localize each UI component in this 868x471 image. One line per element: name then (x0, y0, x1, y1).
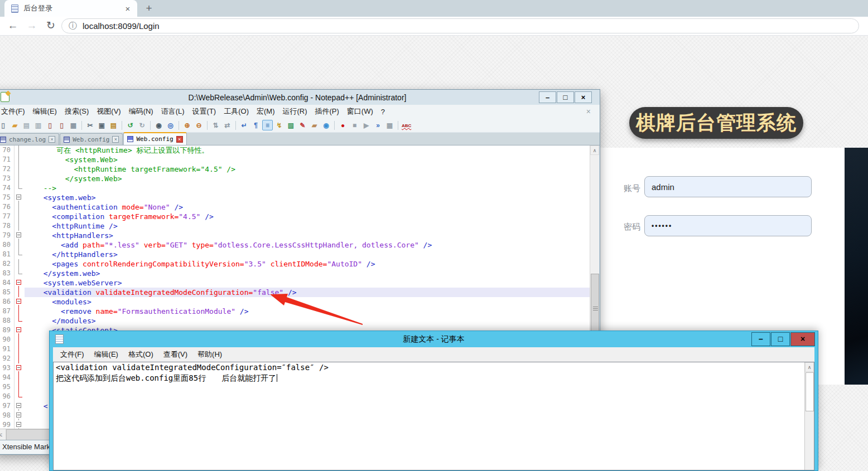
scroll-up-icon[interactable]: ∧ (590, 145, 599, 155)
fold-margin[interactable] (15, 250, 25, 259)
menu-item[interactable]: 搜索(S) (61, 106, 93, 116)
edit-marker-icon[interactable]: ✎ (297, 120, 308, 130)
fold-margin[interactable] (15, 326, 25, 335)
minimize-icon[interactable]: – (751, 332, 770, 346)
copy-icon[interactable]: ▣ (97, 120, 107, 130)
fold-margin[interactable] (15, 193, 25, 202)
fold-margin[interactable] (15, 278, 25, 288)
fold-margin[interactable] (15, 231, 25, 240)
fold-margin[interactable] (15, 202, 25, 212)
password-input[interactable] (644, 215, 812, 236)
undo-icon[interactable]: ↺ (125, 120, 136, 130)
fold-margin[interactable] (15, 297, 25, 307)
new-file-icon[interactable]: ▯ (0, 120, 8, 130)
fold-margin[interactable] (15, 382, 25, 392)
word-wrap-icon[interactable]: ↵ (239, 120, 249, 130)
maximize-icon[interactable]: □ (557, 91, 574, 103)
scrollbar-thumb[interactable] (806, 372, 814, 411)
close-icon[interactable]: × (790, 332, 815, 346)
tab-close-icon[interactable]: × (49, 136, 55, 143)
menu-item[interactable]: 插件(P) (311, 106, 343, 116)
menu-item[interactable]: 编辑(E) (29, 106, 61, 116)
fold-margin[interactable] (15, 183, 25, 193)
url-bar[interactable]: ⓘ localhost:8099/Login (61, 18, 859, 33)
tab-close-icon[interactable]: × (112, 136, 119, 143)
notepad-vertical-scrollbar[interactable]: ∧ (804, 362, 814, 470)
open-folder-icon[interactable]: ▰ (9, 120, 20, 130)
print-icon[interactable]: ▦ (68, 120, 79, 130)
sync-scroll-h-icon[interactable]: ⇄ (222, 120, 233, 130)
fold-margin[interactable] (15, 307, 25, 316)
menu-item[interactable]: 文件(F) (0, 106, 29, 116)
scroll-up-icon[interactable]: ∧ (805, 362, 814, 372)
menu-item[interactable]: 查看(V) (158, 349, 192, 360)
menu-item[interactable]: 设置(T) (189, 106, 220, 116)
doc-map-icon[interactable]: ▧ (286, 120, 296, 130)
fold-margin[interactable] (15, 212, 25, 221)
macro-save-icon[interactable]: ▦ (384, 120, 395, 130)
fold-margin[interactable] (15, 259, 25, 269)
replace-icon[interactable]: ◎ (165, 120, 176, 130)
menu-item[interactable]: 窗口(W) (343, 106, 377, 116)
account-input[interactable] (644, 176, 812, 197)
fold-margin[interactable] (15, 145, 25, 155)
maximize-icon[interactable]: □ (771, 332, 790, 346)
fold-margin[interactable] (15, 240, 25, 250)
fold-margin[interactable] (15, 411, 25, 420)
notepadpp-title-bar[interactable]: D:\WebRelease\Admin\Web.config - Notepad… (0, 90, 600, 105)
fold-margin[interactable] (15, 269, 25, 278)
macro-record-icon[interactable]: ● (337, 120, 348, 130)
fold-margin[interactable] (15, 420, 25, 429)
redo-icon[interactable]: ↻ (137, 120, 147, 130)
folder-workspace-icon[interactable]: ▰ (309, 120, 320, 130)
menu-item[interactable]: 工具(O) (220, 106, 253, 116)
notepad-text-area[interactable]: <validation validateIntegratedModeConfig… (53, 362, 814, 470)
menu-item[interactable]: 语言(L) (157, 106, 189, 116)
document-tab[interactable]: change.log× (0, 133, 59, 145)
close-all-docs-icon[interactable]: ▯ (56, 120, 67, 130)
fold-margin[interactable] (15, 155, 25, 164)
menu-item[interactable]: 视图(V) (93, 106, 124, 116)
fold-margin[interactable] (15, 174, 25, 183)
reload-icon[interactable]: ↻ (44, 18, 58, 33)
find-icon[interactable]: ◉ (153, 120, 164, 130)
fold-margin[interactable] (15, 354, 25, 363)
sync-scroll-v-icon[interactable]: ⇅ (210, 120, 221, 130)
save-icon[interactable]: ▤ (21, 120, 32, 130)
fold-margin[interactable] (15, 363, 25, 373)
menu-item[interactable]: ? (377, 108, 389, 116)
indent-guide-icon[interactable]: ≡ (262, 120, 273, 130)
save-all-icon[interactable]: ▥ (33, 120, 44, 130)
close-icon[interactable]: × (575, 91, 592, 103)
spell-check-icon[interactable]: ABC (401, 120, 412, 130)
fold-margin[interactable] (15, 335, 25, 344)
back-icon[interactable]: ← (6, 18, 20, 33)
fold-margin[interactable] (15, 401, 25, 411)
fold-margin[interactable] (15, 221, 25, 231)
close-doc-icon[interactable]: ▯ (45, 120, 55, 130)
paste-icon[interactable]: ▤ (108, 120, 119, 130)
zoom-in-icon[interactable]: ⊕ (182, 120, 192, 130)
minimize-icon[interactable]: – (539, 91, 556, 103)
menu-item[interactable]: 帮助(H) (192, 349, 227, 360)
tab-close-icon[interactable]: × (176, 136, 183, 143)
menu-item[interactable]: 文件(F) (55, 349, 89, 360)
macro-stop-icon[interactable]: ■ (349, 120, 360, 130)
site-info-icon[interactable]: ⓘ (69, 21, 77, 31)
zoom-out-icon[interactable]: ⊖ (194, 120, 204, 130)
fold-margin[interactable] (15, 392, 25, 401)
fold-margin[interactable] (15, 288, 25, 297)
fold-margin[interactable] (15, 164, 25, 174)
menu-item[interactable]: 编辑(E) (89, 349, 123, 360)
fold-margin[interactable] (15, 316, 25, 326)
menubar-close-icon[interactable]: × (586, 107, 591, 116)
menu-item[interactable]: 运行(R) (278, 106, 311, 116)
notepad-title-bar[interactable]: 新建文本 - 记事本 – □ × (50, 331, 818, 347)
fold-margin[interactable] (15, 344, 25, 354)
new-tab-button[interactable]: + (142, 1, 156, 16)
scroll-left-icon[interactable]: < (0, 429, 6, 441)
macro-run-multiple-icon[interactable]: » (373, 120, 383, 130)
cut-icon[interactable]: ✂ (85, 120, 95, 130)
menu-item[interactable]: 格式(O) (123, 349, 158, 360)
browser-tab[interactable]: 后台登录 × (4, 0, 137, 17)
